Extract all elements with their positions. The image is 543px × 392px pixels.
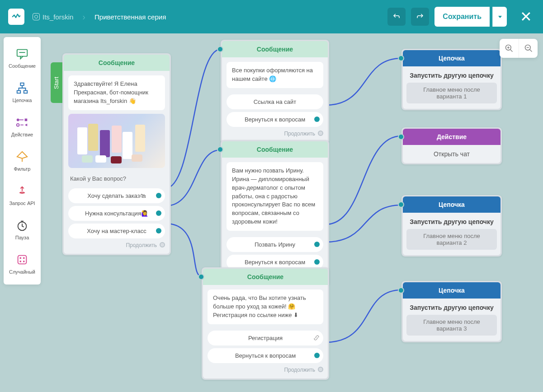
node-title: Цепочка [403, 50, 501, 66]
svg-rect-3 [17, 91, 21, 93]
api-icon [15, 184, 29, 198]
chain-target[interactable]: Главное меню после варианта 2 [406, 229, 497, 250]
option-masterclass[interactable]: Хочу на мастер-класс [68, 224, 165, 238]
random-icon [15, 253, 29, 266]
message-image [68, 114, 165, 168]
node-chain-1[interactable]: Цепочка Запустить другую цепочку Главное… [401, 49, 502, 110]
tool-label: Запрос API [9, 201, 35, 206]
sidebar: Сообщение Цепочка Действие Фильтр Запрос… [4, 37, 41, 285]
option-register[interactable]: Регистрация [208, 331, 323, 345]
svg-rect-4 [24, 91, 28, 93]
node-message-site[interactable]: Сообщение Все покупки оформляются на наш… [221, 40, 329, 144]
filter-icon [15, 150, 29, 163]
node-title: Цепочка [403, 282, 501, 299]
option-call-irina[interactable]: Позвать Ирину [227, 237, 323, 252]
option-order[interactable]: Хочу сделать заказ🛍 [68, 188, 165, 203]
tool-label: Сообщение [9, 63, 36, 69]
option-site-link[interactable]: Ссылка на сайт [227, 94, 323, 109]
tool-chain[interactable]: Цепочка [4, 75, 41, 109]
message-text: Вам нужно позвать Ирину. Ирина — дипломи… [227, 162, 323, 231]
node-message-masterclass[interactable]: Сообщение Очень рада, что Вы хотите узна… [202, 267, 329, 380]
save-button[interactable]: Сохранить [434, 7, 490, 27]
chevron-right-icon: › [82, 12, 85, 22]
tool-label: Пауза [15, 235, 29, 240]
message-text: Очень рада, что Вы хотите узнать больше … [208, 289, 323, 324]
tool-random[interactable]: Случайный [4, 247, 41, 281]
zoom-in-button[interactable] [500, 39, 519, 58]
svg-line-20 [529, 50, 532, 52]
node-start-message[interactable]: Start Сообщение Здравствуйте! Я Елена Пр… [62, 53, 171, 255]
flow-name[interactable]: Приветственная серия [94, 13, 166, 21]
start-tab: Start [51, 62, 62, 103]
chain-subtitle: Запустить другую цепочку [406, 304, 497, 311]
message-icon [15, 47, 29, 61]
pause-icon [15, 219, 29, 232]
instagram-icon [33, 13, 40, 20]
svg-point-12 [23, 257, 25, 259]
tool-filter[interactable]: Фильтр [4, 144, 41, 178]
continue-port[interactable]: Продолжить [227, 127, 323, 138]
topbar-actions: Сохранить ✕ [387, 7, 535, 27]
out-port[interactable] [314, 353, 320, 358]
node-chain-2[interactable]: Цепочка Запустить другую цепочку Главное… [401, 195, 502, 257]
svg-rect-2 [20, 83, 24, 86]
tool-label: Фильтр [14, 166, 31, 172]
link-icon [313, 335, 320, 341]
chain-target[interactable]: Главное меню после варианта 1 [406, 83, 497, 103]
tool-pause[interactable]: Пауза [4, 212, 41, 247]
svg-line-16 [510, 50, 513, 52]
out-port[interactable] [156, 193, 161, 198]
svg-point-13 [19, 261, 21, 262]
node-title: Сообщение [203, 269, 328, 285]
in-port[interactable] [398, 201, 404, 208]
svg-point-5 [17, 119, 19, 121]
canvas[interactable]: Start Сообщение Здравствуйте! Я Елена Пр… [44, 33, 543, 392]
chain-target[interactable]: Главное меню после варианта 3 [406, 315, 497, 336]
node-title: Сообщение [64, 55, 170, 71]
tool-label: Цепочка [13, 98, 32, 103]
out-port[interactable] [314, 117, 320, 122]
tool-api[interactable]: Запрос API [4, 178, 41, 212]
tool-action[interactable]: Действие [4, 109, 41, 144]
tool-message[interactable]: Сообщение [4, 41, 41, 75]
close-button[interactable]: ✕ [517, 8, 535, 26]
in-port[interactable] [398, 134, 404, 140]
option-back[interactable]: Вернуться к вопросам [227, 112, 323, 127]
continue-port[interactable]: Продолжить [208, 363, 323, 374]
in-port[interactable] [398, 55, 404, 61]
account-name[interactable]: Its_forskin [42, 13, 73, 21]
out-port[interactable] [156, 210, 161, 216]
message-text: Все покупки оформляются на нашем сайте 🌐 [227, 62, 323, 88]
node-title: Сообщение [222, 141, 328, 158]
question-text: Какой у Вас вопрос? [68, 172, 165, 186]
in-port[interactable] [217, 146, 223, 153]
out-port[interactable] [156, 228, 161, 233]
in-port[interactable] [198, 274, 204, 280]
zoom-out-button[interactable] [519, 39, 538, 58]
node-title: Цепочка [403, 196, 501, 213]
topbar: Its_forskin › Приветственная серия Сохра… [0, 0, 543, 33]
undo-button[interactable] [387, 8, 406, 26]
message-text: Здравствуйте! Я Елена Прекрасная, бот-по… [68, 75, 165, 110]
svg-rect-10 [18, 256, 27, 264]
node-action[interactable]: Действие Открыть чат [401, 127, 502, 164]
logo[interactable] [8, 9, 24, 25]
action-icon [15, 116, 29, 129]
svg-point-7 [17, 124, 19, 126]
node-chain-3[interactable]: Цепочка Запустить другую цепочку Главное… [401, 281, 502, 342]
continue-port[interactable]: Продолжить [68, 238, 165, 249]
svg-rect-6 [25, 119, 28, 121]
save-dropdown[interactable] [492, 7, 507, 27]
in-port[interactable] [398, 287, 404, 294]
svg-point-11 [19, 257, 21, 259]
tool-label: Случайный [9, 269, 35, 275]
out-port[interactable] [314, 259, 320, 265]
option-back[interactable]: Вернуться к вопросам [208, 348, 323, 363]
in-port[interactable] [217, 46, 223, 52]
node-message-consult[interactable]: Сообщение Вам нужно позвать Ирину. Ирина… [221, 140, 329, 286]
svg-point-14 [23, 261, 25, 262]
redo-button[interactable] [411, 8, 429, 26]
option-consult[interactable]: Нужна консультация🙋‍♀️ [68, 206, 165, 221]
tool-label: Действие [11, 132, 33, 137]
out-port[interactable] [314, 242, 320, 247]
